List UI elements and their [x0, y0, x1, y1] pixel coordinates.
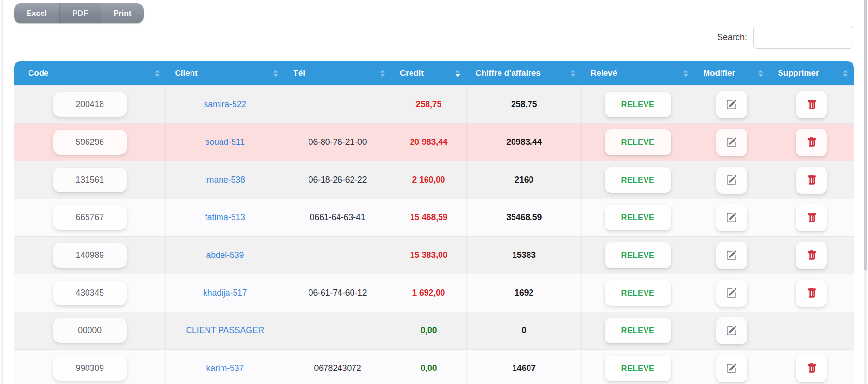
credit-value: 15 468,59 [410, 213, 448, 223]
column-header[interactable]: Credit [391, 61, 467, 85]
edit-button[interactable] [716, 280, 747, 307]
table-body: 200418 samira-522 258,75 258.75 RELEVE [14, 85, 854, 384]
column-header[interactable]: Modifier [694, 61, 769, 85]
table-row: 131561 imane-538 06-18-26-62-22 2 160,00… [14, 161, 854, 199]
table-header: Code Client Tél Credit Chiffre d'affaire… [14, 61, 854, 85]
delete-button[interactable] [796, 355, 827, 382]
client-code-button[interactable]: 200418 [53, 92, 127, 117]
client-name-link[interactable]: imane-538 [205, 175, 245, 185]
pencil-square-icon [726, 363, 736, 373]
delete-button[interactable] [796, 129, 827, 156]
print-export-button[interactable]: Print [101, 3, 144, 23]
client-name-link[interactable]: abdel-539 [206, 250, 244, 260]
search-input[interactable] [753, 26, 853, 49]
chiffre-affaires-value: 0 [522, 326, 527, 336]
chiffre-affaires-value: 2160 [515, 175, 533, 185]
client-code-button[interactable]: 990309 [53, 356, 127, 381]
client-phone: 0661-64-63-41 [284, 199, 391, 236]
client-code-button[interactable]: 596296 [53, 130, 127, 155]
releve-button[interactable]: RELEVE [605, 318, 671, 343]
search-bar: Search: [717, 26, 853, 49]
client-code-button[interactable]: 665767 [53, 205, 127, 230]
delete-button[interactable] [796, 91, 827, 118]
client-code-button[interactable]: 140989 [53, 243, 127, 268]
client-name-link[interactable]: khadija-517 [203, 288, 247, 298]
pencil-square-icon [726, 250, 736, 260]
delete-button[interactable] [796, 242, 827, 269]
releve-button[interactable]: RELEVE [605, 167, 671, 193]
releve-button[interactable]: RELEVE [605, 129, 671, 155]
edit-button[interactable] [716, 242, 747, 269]
edit-button[interactable] [716, 129, 747, 156]
client-name-link[interactable]: karim-537 [206, 363, 244, 373]
delete-button[interactable] [796, 167, 827, 194]
sort-arrows-icon [843, 70, 848, 77]
vertical-scrollbar[interactable] [864, 0, 867, 384]
pencil-square-icon [726, 100, 736, 110]
column-header[interactable]: Supprimer [769, 61, 854, 85]
column-header[interactable]: Chiffre d'affaires [467, 61, 582, 85]
credit-value: 15 383,00 [410, 250, 448, 260]
credit-value: 1 692,00 [412, 288, 445, 298]
edit-button[interactable] [716, 91, 747, 118]
delete-button[interactable] [796, 280, 827, 307]
releve-button[interactable]: RELEVE [605, 205, 671, 230]
chiffre-affaires-value: 20983.44 [506, 137, 542, 147]
releve-button[interactable]: RELEVE [605, 280, 671, 306]
pencil-square-icon [726, 326, 736, 336]
client-name-link[interactable]: fatima-513 [205, 213, 245, 223]
client-phone [284, 86, 391, 123]
client-phone: 06-61-74-60-12 [284, 274, 391, 312]
chiffre-affaires-value: 35468.59 [506, 213, 542, 223]
column-header[interactable]: Code [14, 61, 166, 85]
client-name-link[interactable]: CLIENT PASSAGER [186, 326, 264, 336]
trash-icon [807, 175, 817, 185]
delete-button[interactable] [796, 204, 827, 231]
trash-icon [807, 288, 817, 298]
edit-button[interactable] [716, 167, 747, 194]
pencil-square-icon [726, 175, 736, 185]
table-row: 00000 CLIENT PASSAGER 0,00 0 RELEVE [14, 312, 854, 349]
sort-arrows-icon [456, 70, 460, 77]
pdf-export-button[interactable]: PDF [59, 3, 101, 23]
client-code-button[interactable]: 131561 [53, 168, 127, 192]
pencil-square-icon [726, 288, 736, 298]
client-code-button[interactable]: 430345 [53, 281, 127, 305]
column-header-label: Chiffre d'affaires [475, 69, 540, 78]
column-header[interactable]: Client [166, 61, 284, 85]
sort-arrows-icon [380, 70, 385, 77]
releve-button[interactable]: RELEVE [605, 242, 671, 268]
credit-value: 0,00 [421, 363, 437, 373]
trash-icon [807, 213, 817, 223]
credit-value: 0,00 [421, 326, 437, 336]
pencil-square-icon [726, 137, 736, 147]
column-header-label: Code [28, 69, 49, 78]
sort-arrows-icon [273, 70, 278, 77]
table-row: 430345 khadija-517 06-61-74-60-12 1 692,… [14, 274, 854, 312]
trash-icon [807, 137, 817, 147]
column-header[interactable]: Relevé [582, 61, 694, 85]
client-code-button[interactable]: 00000 [53, 318, 127, 343]
table-row: 665767 fatima-513 0661-64-63-41 15 468,5… [14, 199, 854, 236]
sort-arrows-icon [155, 70, 160, 77]
releve-button[interactable]: RELEVE [605, 356, 671, 381]
edit-button[interactable] [716, 317, 747, 344]
column-header[interactable]: Tél [284, 61, 391, 85]
table-row: 140989 abdel-539 15 383,00 15383 RELEVE [14, 236, 854, 274]
excel-export-button[interactable]: Excel [14, 3, 59, 23]
column-header-label: Relevé [590, 69, 617, 78]
credit-value: 20 983,44 [410, 137, 448, 147]
client-phone: 06-18-26-62-22 [284, 161, 391, 199]
edit-button[interactable] [716, 355, 747, 382]
client-name-link[interactable]: souad-511 [206, 137, 245, 147]
trash-icon [807, 100, 817, 110]
clients-table: Code Client Tél Credit Chiffre d'affaire… [14, 61, 854, 384]
chiffre-affaires-value: 258.75 [511, 100, 537, 110]
scrollbar-thumb[interactable] [864, 0, 867, 270]
column-header-label: Modifier [703, 69, 735, 78]
releve-button[interactable]: RELEVE [605, 92, 671, 117]
edit-button[interactable] [716, 204, 747, 231]
trash-icon [807, 250, 817, 260]
client-name-link[interactable]: samira-522 [204, 100, 247, 110]
sort-arrows-icon [571, 70, 575, 77]
